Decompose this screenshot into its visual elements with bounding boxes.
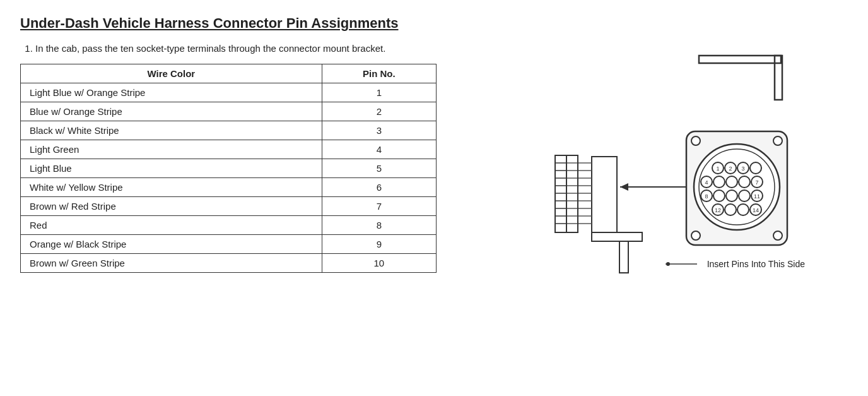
table-row: Black w/ White Stripe3 xyxy=(21,121,437,140)
table-row: White w/ Yellow Stripe6 xyxy=(21,178,437,197)
svg-text:12: 12 xyxy=(715,207,721,213)
svg-point-27 xyxy=(773,231,782,240)
right-column: 1 2 3 4 7 8 11 12 14 xyxy=(462,43,848,289)
svg-text:11: 11 xyxy=(754,193,760,200)
connector-diagram-container: 1 2 3 4 7 8 11 12 14 xyxy=(503,49,806,289)
insert-label-line xyxy=(666,258,703,270)
svg-rect-2 xyxy=(592,157,617,232)
svg-text:2: 2 xyxy=(729,165,732,172)
wire-color-cell: Blue w/ Orange Stripe xyxy=(21,102,322,121)
svg-text:8: 8 xyxy=(705,193,708,200)
svg-rect-22 xyxy=(555,155,566,232)
pin-no-cell: 10 xyxy=(322,254,436,273)
header-pin-no: Pin No. xyxy=(322,64,436,83)
left-column: In the cab, pass the ten socket-type ter… xyxy=(20,43,437,273)
wire-color-cell: Light Green xyxy=(21,140,322,159)
svg-point-35 xyxy=(713,176,725,188)
table-row: Light Blue w/ Orange Stripe1 xyxy=(21,83,437,102)
wire-color-cell: White w/ Yellow Stripe xyxy=(21,178,322,197)
pin-no-cell: 7 xyxy=(322,197,436,216)
table-row: Brown w/ Red Stripe7 xyxy=(21,197,437,216)
table-row: Light Green4 xyxy=(21,140,437,159)
pin-no-cell: 3 xyxy=(322,121,436,140)
svg-point-26 xyxy=(691,231,700,240)
svg-point-41 xyxy=(726,190,737,201)
header-wire-color: Wire Color xyxy=(21,64,322,83)
connector-diagram: 1 2 3 4 7 8 11 12 14 xyxy=(503,49,806,289)
pin-no-cell: 9 xyxy=(322,235,436,254)
svg-point-24 xyxy=(691,136,700,145)
wire-color-cell: Brown w/ Green Stripe xyxy=(21,254,322,273)
svg-point-42 xyxy=(739,190,750,201)
svg-point-62 xyxy=(666,262,670,266)
wire-color-cell: Brown w/ Red Stripe xyxy=(21,197,322,216)
pin-no-cell: 6 xyxy=(322,178,436,197)
pin-no-cell: 1 xyxy=(322,83,436,102)
table-row: Red8 xyxy=(21,216,437,235)
svg-point-46 xyxy=(737,204,749,215)
wire-color-cell: Orange w/ Black Stripe xyxy=(21,235,322,254)
intro-step: In the cab, pass the ten socket-type ter… xyxy=(35,43,437,54)
svg-point-45 xyxy=(725,204,736,215)
svg-rect-60 xyxy=(619,241,628,273)
svg-rect-12 xyxy=(566,155,578,232)
svg-marker-58 xyxy=(620,183,628,191)
table-row: Blue w/ Orange Stripe2 xyxy=(21,102,437,121)
pin-no-cell: 8 xyxy=(322,216,436,235)
svg-text:14: 14 xyxy=(753,207,759,213)
wire-color-cell: Light Blue w/ Orange Stripe xyxy=(21,83,322,102)
pin-no-cell: 5 xyxy=(322,159,436,178)
wire-color-cell: Light Blue xyxy=(21,159,322,178)
wire-color-cell: Black w/ White Stripe xyxy=(21,121,322,140)
svg-point-36 xyxy=(726,176,737,188)
pin-assignment-table: Wire Color Pin No. Light Blue w/ Orange … xyxy=(20,64,437,273)
pin-no-cell: 4 xyxy=(322,140,436,159)
table-row: Light Blue5 xyxy=(21,159,437,178)
svg-text:4: 4 xyxy=(705,179,708,186)
insert-pins-label: Insert Pins Into This Side xyxy=(707,259,805,269)
table-row: Orange w/ Black Stripe9 xyxy=(21,235,437,254)
svg-point-25 xyxy=(773,136,782,145)
svg-text:7: 7 xyxy=(755,179,758,186)
wire-color-cell: Red xyxy=(21,216,322,235)
pin-no-cell: 2 xyxy=(322,102,436,121)
table-row: Brown w/ Green Stripe10 xyxy=(21,254,437,273)
svg-text:3: 3 xyxy=(741,165,744,172)
svg-rect-59 xyxy=(592,232,642,241)
svg-rect-0 xyxy=(699,56,781,63)
svg-text:1: 1 xyxy=(716,165,719,172)
svg-point-33 xyxy=(750,162,761,174)
page-title: Under-Dash Vehicle Harness Connector Pin… xyxy=(20,15,848,32)
svg-point-37 xyxy=(739,176,750,188)
svg-point-40 xyxy=(713,190,725,201)
intro-text: In the cab, pass the ten socket-type ter… xyxy=(20,43,437,54)
